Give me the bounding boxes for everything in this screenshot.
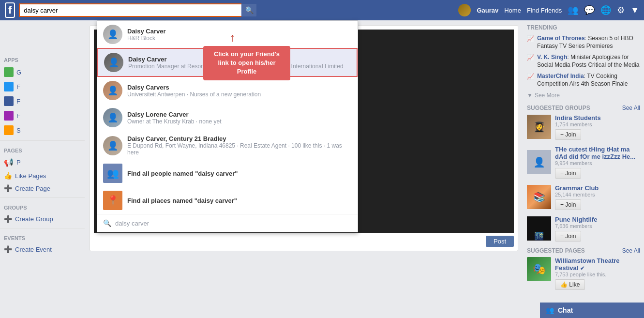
like-pages-item[interactable]: 👍 Like Pages <box>0 169 85 182</box>
sidebar-divider-1 <box>0 140 85 141</box>
people-icon: 👥 <box>103 164 122 183</box>
search-result-3[interactable]: 👤 Daisy Carvers Universiteit Antwerpen ·… <box>97 77 358 104</box>
settings-icon[interactable]: ⚙ <box>617 5 625 15</box>
group-info-grammar: Grammar Club 25,144 members + Join <box>555 184 640 210</box>
search-result-1[interactable]: 👤 Daisy Carver H&R Block <box>97 21 358 48</box>
groups-section-title: GROUPS <box>0 201 85 212</box>
group-name-grammar[interactable]: Grammar Club <box>555 184 640 192</box>
join-btn-pune[interactable]: + Join <box>555 231 581 242</box>
left-sidebar: APPS G F F F S PAGES 📢 P 👍 Like Pa <box>0 20 85 318</box>
app-g-icon <box>4 67 14 77</box>
sidebar-divider-2 <box>0 197 85 198</box>
suggested-groups-title: SUGGESTED GROUPS <box>527 105 590 111</box>
result2-info: Daisy Carver Promotion Manager at Resona… <box>128 56 344 70</box>
see-more-trending[interactable]: ▼ See More <box>527 92 640 99</box>
page-likes-williamstown: 7,753 people like this. <box>555 272 640 277</box>
group-item-indira: 👩‍🎓 Indira Students 1,754 members + Join <box>527 114 640 140</box>
dropdown-icon[interactable]: ▼ <box>630 5 639 15</box>
group-avatar-cutest: 👤 <box>527 150 551 174</box>
groups-see-all[interactable]: See All <box>622 105 640 111</box>
verified-badge: ✔ <box>580 265 584 271</box>
result1-info: Daisy Carver H&R Block <box>127 28 166 42</box>
app-s-icon <box>4 125 14 135</box>
result2-avatar: 👤 <box>104 53 123 72</box>
app-f2-label: F <box>16 98 20 105</box>
group-members-grammar: 25,144 members <box>555 192 640 197</box>
post-button[interactable]: Post <box>486 236 514 247</box>
group-avatar-grammar: 📚 <box>527 185 551 209</box>
search-button[interactable]: 🔍 <box>241 3 257 17</box>
page-info-williamstown: Williamstown Theatre Festival ✔ 7,753 pe… <box>555 257 640 290</box>
search-input[interactable] <box>19 3 241 17</box>
group-info-cutest: THe cutest tHing tHat ma dAd did fOr me … <box>555 146 640 179</box>
create-group-item[interactable]: ➕ Create Group <box>0 212 85 225</box>
group-name-pune[interactable]: Pune Nightlife <box>555 216 640 223</box>
trending-text-2: V. K. Singh: Minister Apologizes for Soc… <box>537 54 640 69</box>
find-people-item[interactable]: 👥 Find all people named "daisy carver" <box>97 160 358 187</box>
friends-icon[interactable]: 👥 <box>568 5 578 15</box>
sidebar-page-p[interactable]: 📢 P <box>0 155 85 169</box>
sidebar-app-f1[interactable]: F <box>0 79 85 94</box>
pages-see-all[interactable]: See All <box>622 247 640 254</box>
chat-label: Chat <box>558 306 573 314</box>
chat-icon: 👥 <box>546 306 554 314</box>
join-btn-indira[interactable]: + Join <box>555 129 581 140</box>
page-p-label: P <box>16 159 21 166</box>
page-item-williamstown: 🎭 Williamstown Theatre Festival ✔ 7,753 … <box>527 257 640 290</box>
bottom-search-text: daisy carver <box>115 220 149 227</box>
create-page-item[interactable]: ➕ Create Page <box>0 182 85 195</box>
result4-info: Daisy Lorene Carver Owner at The Krusty … <box>127 111 222 125</box>
app-f3-icon <box>4 111 14 121</box>
see-more-label: See More <box>535 92 560 99</box>
join-btn-grammar[interactable]: + Join <box>555 199 581 210</box>
search-dropdown: 👤 Daisy Carver H&R Block 👤 Daisy Carver … <box>97 20 358 232</box>
result4-sub: Owner at The Krusty Krab · none yet <box>127 118 222 125</box>
group-name-indira[interactable]: Indira Students <box>555 114 640 121</box>
search-result-2[interactable]: 👤 Daisy Carver Promotion Manager at Reso… <box>97 48 358 77</box>
find-places-item[interactable]: 📍 Find all places named "daisy carver" <box>97 187 358 214</box>
trending-name-1[interactable]: Game of Thrones <box>537 35 585 42</box>
sidebar-app-s[interactable]: S <box>0 123 85 137</box>
join-btn-cutest[interactable]: + Join <box>555 168 581 179</box>
app-g-label: G <box>16 69 21 76</box>
group-name-cutest[interactable]: THe cutest tHing tHat ma dAd did fOr me … <box>555 146 640 160</box>
app-f1-icon <box>4 82 14 91</box>
find-friends-link[interactable]: Find Friends <box>527 7 562 14</box>
result4-name: Daisy Lorene Carver <box>127 111 222 118</box>
trending-text-1: Game of Thrones: Season 5 of HBO Fantasy… <box>537 35 640 50</box>
create-page-icon: ➕ <box>4 184 12 192</box>
like-pages-label: Like Pages <box>15 172 46 180</box>
result5-sub: E Dupond Rd, Fort Wayne, Indiana 46825 ·… <box>127 142 352 156</box>
search-result-4[interactable]: 👤 Daisy Lorene Carver Owner at The Krust… <box>97 104 358 131</box>
group-item-grammar: 📚 Grammar Club 25,144 members + Join <box>527 184 640 210</box>
result3-name: Daisy Carvers <box>127 84 261 91</box>
search-result-5[interactable]: 👤 Daisy Carver, Century 21 Bradley E Dup… <box>97 131 358 160</box>
create-page-label: Create Page <box>15 185 50 192</box>
group-members-pune: 7,636 members <box>555 223 640 229</box>
like-btn-williamstown[interactable]: 👍 Like <box>555 279 585 290</box>
trending-text-3: MasterChef India: TV Cooking Competition… <box>537 73 640 88</box>
result5-avatar: 👤 <box>103 136 122 155</box>
result1-sub: H&R Block <box>127 35 166 42</box>
group-members-cutest: 9,954 members <box>555 160 640 166</box>
home-link[interactable]: Home <box>504 7 521 14</box>
sidebar-app-f2[interactable]: F <box>0 94 85 108</box>
create-event-item[interactable]: ➕ Create Event <box>0 243 85 256</box>
globe-icon[interactable]: 🌐 <box>600 5 611 15</box>
right-sidebar: TRENDING 📈 Game of Thrones: Season 5 of … <box>523 20 644 318</box>
user-name[interactable]: Gaurav <box>477 7 498 14</box>
events-section-title: EVENTS <box>0 231 85 243</box>
app-f3-label: F <box>16 112 20 120</box>
pages-section-title: PAGES <box>0 144 85 155</box>
trending-name-2[interactable]: V. K. Singh <box>537 54 567 61</box>
group-members-indira: 1,754 members <box>555 121 640 127</box>
sidebar-app-g[interactable]: G <box>0 65 85 79</box>
result3-sub: Universiteit Antwerpen · Nurses of a new… <box>127 91 261 98</box>
trending-name-3[interactable]: MasterChef India <box>537 73 584 79</box>
sidebar-app-f3[interactable]: F <box>0 108 85 123</box>
search-bottom: 🔍 daisy carver <box>97 214 358 232</box>
page-name-williamstown[interactable]: Williamstown Theatre Festival ✔ <box>555 257 640 272</box>
chat-bar[interactable]: 👥 Chat <box>540 303 644 318</box>
user-avatar <box>458 4 471 16</box>
messages-icon[interactable]: 💬 <box>584 5 595 15</box>
